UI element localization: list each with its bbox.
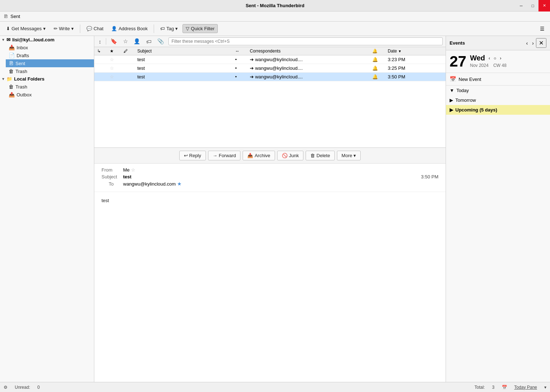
reply-button[interactable]: ↩ Reply xyxy=(179,151,206,160)
sidebar-item-inbox[interactable]: 📥 Inbox xyxy=(6,44,94,51)
get-messages-icon: ⬇ xyxy=(6,26,10,31)
maximize-button[interactable]: □ xyxy=(527,0,538,12)
star-icon[interactable]: ☆ xyxy=(110,74,114,79)
today-collapse-arrow: ▼ xyxy=(450,88,454,93)
table-row[interactable]: ☆ test • ➔ wangwu@kylincloud.... 🔔 3:25 … xyxy=(94,64,446,73)
sidebar-item-trash[interactable]: 🗑 Trash xyxy=(6,67,94,75)
close-button[interactable]: ✕ xyxy=(538,0,550,12)
message-table: ↳ ★ 🖉 Subject ↔ Correspondents 🔔 Date ▼ xyxy=(94,47,446,81)
delete-button[interactable]: 🗑 Delete xyxy=(306,151,335,160)
from-star-icon[interactable]: ☆ xyxy=(131,167,135,173)
col-thread[interactable]: ↳ xyxy=(94,47,107,55)
calendar-header: 27 Wed ‹ ○ › Nov 2024 CW 48 xyxy=(446,50,550,73)
tag-filter-icon[interactable]: 🏷 xyxy=(145,38,153,45)
col-correspondents[interactable]: Correspondents xyxy=(247,47,369,55)
table-row[interactable]: ☆ test • ➔ wangwu@kylincloud.... 🔔 3:50 … xyxy=(94,73,446,81)
toolbar-menu-button[interactable]: ☰ xyxy=(537,24,547,33)
col-star[interactable]: ★ xyxy=(107,47,121,55)
delete-icon: 🗑 xyxy=(310,153,315,158)
upcoming-collapse-arrow: ▶ xyxy=(450,107,453,113)
address-book-button[interactable]: 👤 Address Book xyxy=(108,24,151,33)
sidebar-item-local-trash[interactable]: 🗑 Trash xyxy=(6,83,94,91)
col-date[interactable]: Date ▼ xyxy=(385,47,434,55)
tag-dropdown-icon: ▾ xyxy=(175,26,178,31)
chat-icon: 💬 xyxy=(86,26,92,31)
calendar-month-week: Nov 2024 CW 48 xyxy=(470,63,506,68)
sidebar-item-drafts[interactable]: 📄 Drafts xyxy=(6,51,94,59)
junk-icon: 🚫 xyxy=(282,153,288,158)
write-button[interactable]: ✏ Write ▾ xyxy=(50,24,77,33)
calendar-day-name: Wed ‹ ○ › xyxy=(470,54,506,62)
table-row[interactable]: ☆ test • ➔ wangwu@kylincloud.... 🔔 3:23 … xyxy=(94,55,446,64)
events-section-upcoming-header[interactable]: ▶ Upcoming (5 days) xyxy=(446,105,550,115)
today-pane-label[interactable]: Today Pane xyxy=(514,385,537,390)
sidebar-item-outbox-label: Outbox xyxy=(17,92,91,97)
contact-filter-icon[interactable]: 👤 xyxy=(132,37,142,45)
tomorrow-label: Tomorrow xyxy=(455,97,546,103)
events-section-tomorrow-header[interactable]: ▶ Tomorrow xyxy=(446,95,550,105)
star-icon[interactable]: ☆ xyxy=(110,65,114,71)
breadcrumb-label: Sent xyxy=(10,14,20,19)
sidebar-local-folders-label: Local Folders xyxy=(14,76,45,82)
sidebar-item-local-trash-label: Trash xyxy=(15,84,91,90)
events-section-today-header[interactable]: ▼ Today xyxy=(446,86,550,95)
minimize-button[interactable]: ─ xyxy=(515,0,527,12)
col-attachment[interactable]: 🖉 xyxy=(121,47,134,55)
events-section-tomorrow: ▶ Tomorrow xyxy=(446,95,550,105)
to-value: wangwu@kylincloud.com ★ xyxy=(123,181,438,187)
tag-icon: 🏷 xyxy=(160,26,165,31)
message-list-toolbar: ↕ 🔖 ☆ 👤 🏷 📎 xyxy=(94,36,446,47)
junk-button[interactable]: 🚫 Junk xyxy=(277,151,303,160)
get-messages-dropdown-icon: ▾ xyxy=(43,26,46,31)
col-extra[interactable] xyxy=(434,47,446,55)
filter-input[interactable] xyxy=(168,37,443,45)
reply-icon: ↩ xyxy=(184,153,188,158)
inbox-icon: 📥 xyxy=(9,45,15,50)
from-label: From xyxy=(102,167,123,173)
chat-button[interactable]: 💬 Chat xyxy=(83,24,107,33)
col-subject[interactable]: Subject xyxy=(134,47,232,55)
drafts-icon: 📄 xyxy=(9,53,15,58)
events-title: Events xyxy=(450,40,524,46)
new-event-button[interactable]: 📅 New Event xyxy=(446,73,550,86)
col-flag[interactable]: 🔔 xyxy=(369,47,385,55)
tag-button[interactable]: 🏷 Tag ▾ xyxy=(157,24,181,33)
to-row: To wangwu@kylincloud.com ★ xyxy=(102,181,438,187)
sidebar-item-sent[interactable]: 🖹 Sent xyxy=(6,59,94,67)
window-controls: ─ □ ✕ xyxy=(515,0,550,12)
sidebar-local-folders-group[interactable]: ▼ 📁 Local Folders xyxy=(0,75,94,83)
star-icon[interactable]: ☆ xyxy=(110,57,114,62)
archive-button[interactable]: 📥 Archive xyxy=(243,151,275,160)
message-list: ↳ ★ 🖉 Subject ↔ Correspondents 🔔 Date ▼ xyxy=(94,47,446,148)
calendar-day-number: 27 xyxy=(450,54,466,69)
col-correspondence-type[interactable]: ↔ xyxy=(232,47,247,55)
sidebar-item-outbox[interactable]: 📤 Outbox xyxy=(6,91,94,99)
to-star-icon[interactable]: ★ xyxy=(177,181,182,187)
sidebar-item-inbox-label: Inbox xyxy=(17,45,91,50)
sidebar-account[interactable]: ▼ ✉ lisi@kyl...loud.com xyxy=(0,36,94,44)
main-toolbar: ⬇ Get Messages ▾ ✏ Write ▾ 💬 Chat 👤 Addr… xyxy=(0,22,550,36)
more-button[interactable]: More ▾ xyxy=(337,151,361,160)
bookmark-icon[interactable]: 🔖 xyxy=(109,37,119,45)
events-close-button[interactable]: ✕ xyxy=(536,38,546,48)
get-messages-button[interactable]: ⬇ Get Messages ▾ xyxy=(3,24,49,33)
message-table-header: ↳ ★ 🖉 Subject ↔ Correspondents 🔔 Date ▼ xyxy=(94,47,446,55)
star-filter-icon[interactable]: ☆ xyxy=(122,37,129,45)
breadcrumb: 🖹 Sent xyxy=(0,12,550,22)
sidebar-local-folders-items: 🗑 Trash 📤 Outbox xyxy=(0,83,94,99)
toolbar-sep-2 xyxy=(154,24,154,33)
quick-filter-button[interactable]: ▽ Quick Filter xyxy=(182,24,218,33)
tomorrow-collapse-arrow: ▶ xyxy=(450,97,453,103)
events-next-button[interactable]: › xyxy=(530,40,536,47)
cal-today-button[interactable]: ○ xyxy=(492,55,498,61)
cal-next-button[interactable]: › xyxy=(499,55,503,61)
main-layout: ▼ ✉ lisi@kyl...loud.com 📥 Inbox 📄 Drafts… xyxy=(0,36,550,382)
events-prev-button[interactable]: ‹ xyxy=(524,40,530,47)
local-folders-collapse-arrow: ▼ xyxy=(1,77,5,81)
cal-prev-button[interactable]: ‹ xyxy=(487,55,492,61)
attachment-filter-icon[interactable]: 📎 xyxy=(156,37,166,45)
statusbar: ⚙ Unread: 0 Total: 3 📅 Today Pane ▾ xyxy=(0,382,550,392)
thread-icon[interactable]: ↕ xyxy=(97,38,103,45)
outbox-icon: 📤 xyxy=(9,92,15,97)
forward-button[interactable]: → Forward xyxy=(208,151,241,160)
